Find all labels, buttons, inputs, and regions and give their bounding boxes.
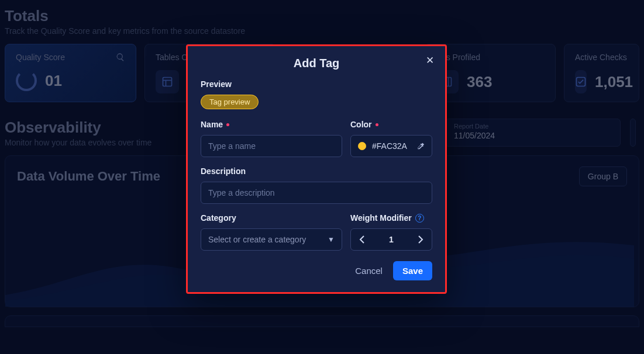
category-select[interactable]: Select or create a category ▼ xyxy=(201,228,342,251)
weight-stepper: 1 xyxy=(350,228,432,251)
category-label: Category xyxy=(201,213,342,223)
color-label-text: Color xyxy=(350,120,372,129)
required-dot-icon xyxy=(376,123,378,126)
close-icon[interactable]: ✕ xyxy=(423,53,437,67)
chevron-left-icon xyxy=(359,235,365,244)
color-value: #FAC32A xyxy=(372,141,407,151)
help-icon[interactable]: ? xyxy=(415,214,424,223)
color-picker[interactable]: #FAC32A xyxy=(350,135,432,157)
eyedropper-icon[interactable] xyxy=(416,142,425,150)
name-label-text: Name xyxy=(201,120,223,129)
color-swatch-icon xyxy=(358,142,366,150)
save-button[interactable]: Save xyxy=(393,261,432,280)
weight-value: 1 xyxy=(373,235,409,244)
name-input[interactable] xyxy=(201,135,342,157)
stepper-decrement[interactable] xyxy=(351,229,373,250)
stepper-increment[interactable] xyxy=(409,229,432,250)
weight-label: Weight Modifier ? xyxy=(350,213,432,223)
category-placeholder: Select or create a category xyxy=(208,235,306,244)
chevron-right-icon xyxy=(418,235,423,244)
cancel-button[interactable]: Cancel xyxy=(355,266,383,276)
required-dot-icon xyxy=(226,123,229,126)
name-label: Name xyxy=(201,120,342,129)
weight-label-text: Weight Modifier xyxy=(350,213,412,223)
tag-preview-pill: Tag preview xyxy=(201,95,259,109)
chevron-down-icon: ▼ xyxy=(328,235,335,244)
description-input[interactable] xyxy=(201,182,432,204)
modal-title: Add Tag xyxy=(201,57,432,70)
add-tag-modal: ✕ Add Tag Preview Tag preview Name Color… xyxy=(186,44,447,294)
color-label: Color xyxy=(350,120,432,129)
preview-label: Preview xyxy=(201,79,432,89)
description-label: Description xyxy=(201,166,432,176)
